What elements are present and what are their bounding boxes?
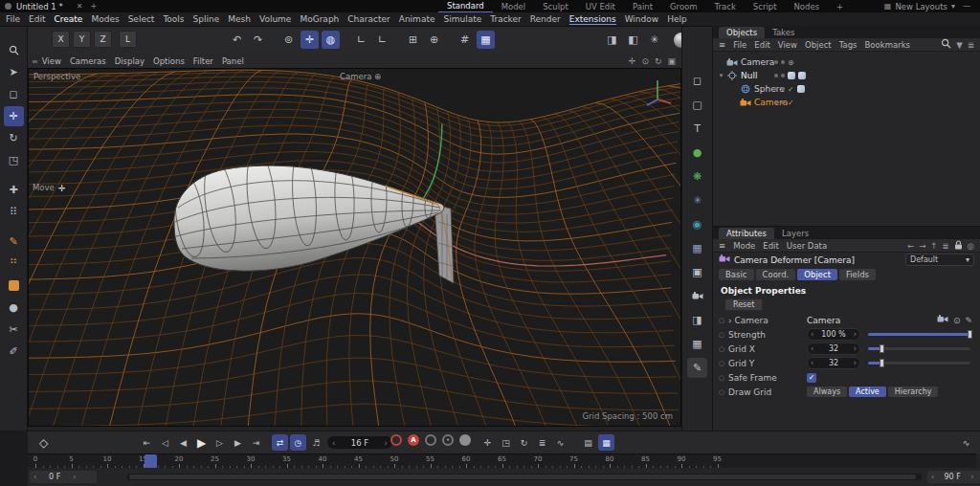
snap-keys-icon[interactable]: ▦: [598, 434, 614, 451]
layout-tab-sculpt[interactable]: Sculpt: [534, 0, 577, 12]
safe-frame-checkbox[interactable]: ✓: [807, 373, 816, 383]
prev-key-button[interactable]: ◁: [157, 434, 173, 451]
keyframe-diamond-icon[interactable]: ◇: [35, 434, 52, 451]
keyframe-dot-icon[interactable]: ○: [719, 345, 728, 353]
expand-icon[interactable]: ▾: [717, 72, 725, 79]
viewport-menu-options[interactable]: Options: [153, 56, 185, 66]
play-mode-icon[interactable]: ⇄: [272, 434, 288, 451]
enabled-check-icon[interactable]: ✓: [788, 99, 794, 107]
minimize-icon[interactable]: —: [963, 2, 970, 11]
selection-tool-icon[interactable]: ➤: [4, 62, 24, 82]
camera-link-value[interactable]: Camera: [807, 316, 899, 325]
view-label[interactable]: Perspective: [33, 72, 80, 81]
knife-icon[interactable]: ✂: [4, 320, 24, 340]
menu-window[interactable]: Window: [625, 14, 659, 24]
record-position-icon[interactable]: ✛: [479, 434, 496, 451]
rectangle-select-icon[interactable]: ◻: [4, 84, 24, 104]
next-frame-button[interactable]: ▷: [212, 434, 228, 451]
last-tool-icon[interactable]: ∟: [373, 31, 391, 49]
new-document-icon[interactable]: +: [90, 2, 97, 11]
tag-icon[interactable]: [797, 85, 805, 93]
tag-icon[interactable]: [798, 72, 806, 79]
object-label[interactable]: Null: [741, 71, 757, 80]
chevron-down-icon[interactable]: ▾: [951, 2, 955, 11]
generators-icon[interactable]: ✳: [687, 190, 707, 210]
search-commander-icon[interactable]: [4, 40, 24, 60]
render-slate-icon[interactable]: ◨: [687, 310, 707, 330]
visibility-dot-icon[interactable]: [781, 100, 785, 104]
next-key-button[interactable]: ▶: [230, 434, 246, 451]
layout-tab-nodes[interactable]: Nodes: [785, 0, 828, 12]
tree-row-camera-0[interactable]: Camera⊕: [713, 55, 980, 69]
range-start-increment-icon[interactable]: ›: [69, 473, 79, 481]
keyframe-dot-icon[interactable]: ○: [719, 388, 728, 396]
record-pla-icon[interactable]: ∿: [552, 434, 568, 451]
forward-icon[interactable]: →: [919, 241, 925, 251]
pan-view-icon[interactable]: ✛: [629, 56, 636, 66]
move-tool-icon[interactable]: ✛: [301, 31, 319, 49]
range-end-decrement-icon[interactable]: ‹: [927, 473, 938, 481]
camera-icon[interactable]: [687, 286, 707, 306]
menu-edit[interactable]: Edit: [29, 14, 45, 24]
range-end-field[interactable]: ‹ 90 F ›: [927, 471, 980, 483]
close-document-icon[interactable]: ✕: [77, 2, 83, 11]
keyframe-presets-icon[interactable]: ▤: [580, 434, 596, 451]
menu-animate[interactable]: Animate: [399, 14, 435, 24]
keyframe-dot-icon[interactable]: ○: [719, 317, 728, 324]
record-parameter-icon[interactable]: ≣: [534, 434, 550, 451]
visibility-dot-icon[interactable]: [781, 74, 785, 77]
layout-tab-standard[interactable]: Standard: [438, 0, 493, 13]
menu-extensions[interactable]: Extensions: [569, 14, 616, 25]
section-tab-object[interactable]: Object: [797, 269, 837, 280]
menu-select[interactable]: Select: [128, 14, 155, 24]
timeline-scrollbar-handle[interactable]: [129, 475, 916, 479]
viewport-canvas[interactable]: Perspective Camera ⊕ Move ✛ Grid Spacing…: [28, 68, 681, 427]
layers-icon[interactable]: ▣: [687, 262, 707, 282]
lock-icon[interactable]: [954, 240, 963, 252]
rotate-view-icon[interactable]: ↻: [655, 56, 662, 66]
frame-decrement-icon[interactable]: ‹: [332, 438, 335, 448]
axis-lock-z[interactable]: Z: [94, 31, 112, 48]
layout-tab-uv-edit[interactable]: UV Edit: [577, 0, 624, 12]
autokey-button[interactable]: A: [408, 434, 419, 446]
rotate-tool-icon[interactable]: ↻: [4, 128, 24, 148]
viewport-menu-filter[interactable]: Filter: [193, 56, 213, 66]
menu-help[interactable]: Help: [667, 14, 687, 24]
spline-pen-icon[interactable]: ✎: [4, 232, 24, 252]
record-filter-button[interactable]: [459, 434, 471, 446]
frame-select-icon[interactable]: ◻: [687, 71, 707, 91]
world-coords-icon[interactable]: ⊕: [425, 31, 443, 49]
hamburger-icon[interactable]: ≡: [32, 57, 38, 66]
menu-character[interactable]: Character: [347, 14, 390, 24]
make-editable-icon[interactable]: [4, 276, 24, 296]
tag-icon[interactable]: [788, 72, 795, 79]
strength-field[interactable]: ‹100 %›: [807, 328, 860, 341]
menu-volume[interactable]: Volume: [259, 14, 291, 24]
rotate-tool-icon[interactable]: ◍: [322, 31, 340, 49]
pen-icon[interactable]: ✐: [4, 342, 24, 362]
hamburger-icon[interactable]: ≡: [719, 241, 725, 251]
reset-button[interactable]: Reset: [724, 298, 763, 311]
pin-icon[interactable]: ◎: [968, 241, 974, 251]
grid-x-field[interactable]: ‹32›: [807, 342, 860, 355]
axis-lock-system[interactable]: L: [119, 31, 137, 48]
range-start-field[interactable]: ‹ 0 F ›: [30, 471, 97, 483]
target-tag-icon[interactable]: ⊕: [788, 58, 794, 67]
filter-icon[interactable]: ▼: [956, 40, 963, 50]
floor-grid-icon[interactable]: ▦: [687, 334, 707, 354]
list-icon[interactable]: ≣: [942, 241, 948, 251]
section-tab-fields[interactable]: Fields: [839, 269, 876, 280]
layout-tab-model[interactable]: Model: [493, 0, 535, 12]
objects-menu-file[interactable]: File: [733, 40, 746, 50]
section-tab-coord[interactable]: Coord.: [756, 269, 796, 280]
strength-slider[interactable]: [868, 330, 970, 339]
visibility-dot-icon[interactable]: [774, 100, 778, 104]
dolly-view-icon[interactable]: ⊙: [641, 56, 649, 66]
timeline-ruler[interactable]: 05101520253035404550556065707580859095: [28, 453, 976, 469]
visibility-dot-icon[interactable]: [774, 60, 778, 64]
new-layouts-label[interactable]: New Layouts: [895, 2, 947, 11]
menu-tools[interactable]: Tools: [163, 14, 184, 24]
points-mode-icon[interactable]: ⠿: [4, 202, 24, 222]
text-tool-icon[interactable]: T: [687, 119, 707, 139]
target-picker-icon[interactable]: ⊙: [953, 316, 961, 325]
